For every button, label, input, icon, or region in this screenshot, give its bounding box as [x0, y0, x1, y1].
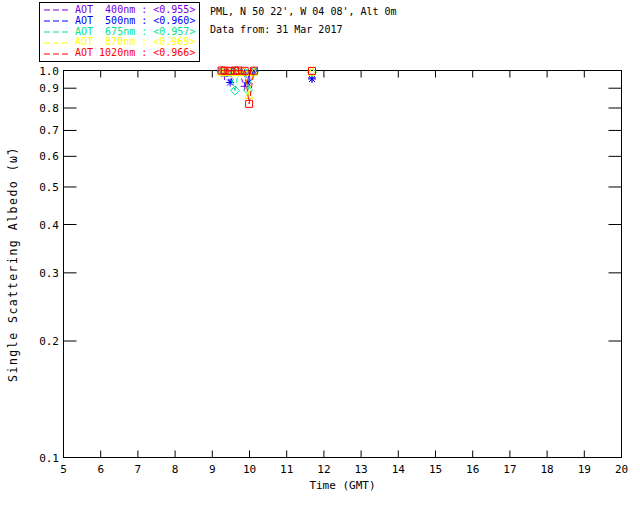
- station-title: PML, N 50 22', W 04 08', Alt 0m: [210, 6, 397, 17]
- x-tick-label: 9: [209, 463, 216, 476]
- x-tick-label: 14: [392, 463, 406, 476]
- legend-item-label: AOT 1020nm : <0.966>: [75, 48, 195, 59]
- legend-item-label: AOT 500nm : <0.960>: [75, 16, 195, 27]
- x-tick-label: 15: [429, 463, 442, 476]
- x-tick-label: 5: [60, 463, 67, 476]
- series-aot-870nm: [218, 68, 316, 99]
- data-point-asterisk: [308, 75, 316, 83]
- axes: [64, 71, 622, 458]
- x-tick-label: 11: [280, 463, 293, 476]
- ssa-chart: 5678910111213141516171819201.00.90.80.70…: [0, 0, 640, 512]
- x-tick-label: 17: [503, 463, 516, 476]
- legend-item-aot-1020nm: AOT 1020nm : <0.966>: [44, 48, 195, 59]
- legend-dash-sample: [44, 51, 70, 57]
- y-tick-label: 0.6: [39, 150, 59, 163]
- x-tick-label: 16: [466, 463, 479, 476]
- legend-dash-sample: [44, 29, 70, 35]
- x-axis-label: Time (GMT): [309, 479, 375, 492]
- y-tick-label: 0.3: [39, 267, 59, 280]
- y-tick-label: 0.4: [39, 219, 59, 232]
- y-tick-label: 0.9: [39, 82, 59, 95]
- x-axis-ticks: 567891011121314151617181920: [60, 71, 628, 477]
- legend-dash-sample: [44, 18, 70, 24]
- legend-item-aot-500nm: AOT 500nm : <0.960>: [44, 16, 195, 27]
- x-tick-label: 20: [615, 463, 628, 476]
- y-tick-label: 0.1: [39, 452, 59, 465]
- legend-dash-sample: [44, 40, 70, 46]
- y-axis-label: Single Scattering Albedo (ω̃): [6, 146, 20, 382]
- legend-dash-sample: [44, 7, 70, 13]
- x-tick-label: 18: [540, 463, 553, 476]
- x-tick-label: 8: [172, 463, 179, 476]
- x-tick-label: 6: [97, 463, 104, 476]
- x-tick-label: 10: [243, 463, 256, 476]
- y-tick-label: 0.8: [39, 102, 59, 115]
- legend-box: AOT 400nm : <0.955>AOT 500nm : <0.960>AO…: [39, 2, 200, 62]
- data-date: Data from: 31 Mar 2017: [210, 24, 342, 35]
- y-tick-label: 1.0: [39, 65, 59, 78]
- x-tick-label: 13: [354, 463, 367, 476]
- plot-canvas: AOT 400nm : <0.955>AOT 500nm : <0.960>AO…: [0, 0, 640, 512]
- x-tick-label: 19: [578, 463, 591, 476]
- y-tick-label: 0.5: [39, 181, 59, 194]
- y-tick-label: 0.2: [39, 335, 59, 348]
- y-tick-label: 0.7: [39, 124, 59, 137]
- x-tick-label: 12: [317, 463, 330, 476]
- y-axis-ticks: 1.00.90.80.70.60.50.40.30.20.1: [39, 65, 621, 465]
- x-tick-label: 7: [135, 463, 142, 476]
